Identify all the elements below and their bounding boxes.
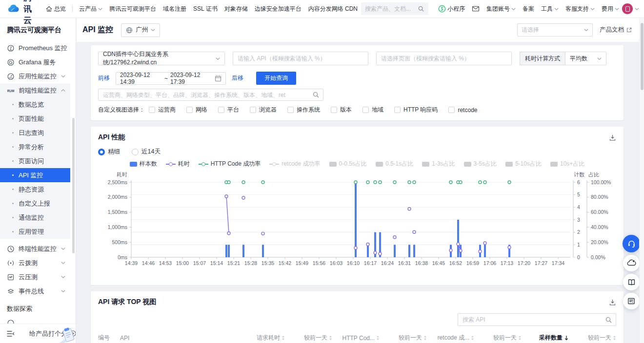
sidebar-item-prometheus[interactable]: Prometheus 监控 — [0, 41, 70, 55]
sort-icon[interactable] — [329, 335, 332, 341]
shift-earlier-link[interactable]: 前移 — [98, 74, 110, 82]
legend-item[interactable]: 样本数 — [130, 160, 157, 168]
view-checkbox-2[interactable]: 平台 — [218, 106, 239, 114]
header-filter-select[interactable]: 请选择 — [517, 23, 593, 37]
checkbox[interactable] — [218, 107, 224, 113]
sort-icon[interactable] — [282, 335, 285, 341]
sidebar-scrollbar[interactable] — [72, 118, 75, 253]
checkbox[interactable] — [149, 107, 155, 113]
checkbox[interactable] — [287, 107, 294, 113]
view-checkbox-4[interactable]: 操作系统 — [287, 106, 320, 114]
checkbox[interactable] — [362, 107, 369, 113]
top-nav-item-cos[interactable]: 对象存储 — [224, 5, 248, 13]
top-right-item-icp[interactable]: 备案 — [523, 5, 534, 13]
top-search-input[interactable] — [365, 5, 415, 12]
sort-icon[interactable] — [471, 335, 474, 341]
download-icon[interactable] — [609, 299, 616, 306]
top-right-item-miniprogram[interactable]: 小程序 — [438, 5, 465, 13]
top-nav-item-cdn[interactable]: 内容分发网络 CDN — [308, 5, 358, 13]
query-button[interactable]: 开始查询 — [256, 72, 296, 85]
legend-item[interactable]: HTTP Code 成功率 — [199, 160, 261, 168]
sidebar-item-cloud-pts[interactable]: 云压测 — [0, 270, 70, 284]
view-checkbox-7[interactable]: HTTP 响应码 — [394, 106, 438, 114]
sidebar-item-cloud-probe[interactable]: 云拨测 — [0, 256, 70, 270]
notice-button[interactable] — [623, 255, 640, 271]
search-icon[interactable] — [312, 91, 320, 98]
checkbox[interactable] — [331, 107, 337, 113]
support-button[interactable] — [623, 235, 640, 252]
column-header[interactable]: 采样数量 — [522, 334, 569, 342]
legend-item[interactable]: 10s+占比 — [550, 160, 584, 168]
account-menu[interactable] — [622, 3, 639, 14]
calc-method-select[interactable]: 耗时计算方式 平均数 — [520, 52, 606, 65]
docs-button[interactable] — [623, 274, 640, 290]
date-range-picker[interactable]: 2023-09-12 14:39 ~ 2023-09-12 17:39 — [116, 72, 226, 85]
legend-item[interactable]: 耗时 — [166, 160, 190, 168]
region-select[interactable]: 广州 — [121, 23, 160, 37]
legend-item[interactable]: 5-10s占比 — [505, 160, 542, 168]
sidebar-item-apm[interactable]: 应用性能监控 — [0, 69, 70, 83]
sidebar-item-rum[interactable]: RUM前端性能监控 — [0, 83, 70, 97]
survey-button[interactable] — [623, 293, 640, 309]
app-select[interactable]: CDN插件中心归属业务系统/127962.r2wind.cn — [98, 52, 225, 65]
sort-desc-icon[interactable] — [564, 335, 569, 341]
column-header[interactable]: 较前一天 — [474, 334, 522, 342]
sidebar-item-data-overview[interactable]: 数据总览 — [0, 97, 70, 112]
view-checkbox-3[interactable]: 浏览器 — [250, 106, 277, 114]
sidebar-item-terminal-perf[interactable]: 终端性能监控 — [0, 242, 70, 256]
sidebar-item-page-performance[interactable]: 页面性能 — [0, 112, 70, 126]
sidebar-item-log-query[interactable]: 日志查询 — [0, 126, 70, 140]
legend-item[interactable]: retcode 成功率 — [269, 160, 320, 168]
sort-icon[interactable] — [423, 335, 427, 341]
top-right-item-support[interactable]: 客服支持 — [565, 5, 595, 13]
radio-button[interactable] — [132, 149, 139, 155]
product-doc-link[interactable]: 产品文档 — [600, 26, 632, 34]
top-right-item-mail[interactable] — [472, 5, 480, 13]
top-nav-item-ssl[interactable]: SSL 证书 — [193, 5, 218, 13]
collapse-sidebar-icon[interactable] — [7, 330, 15, 337]
sidebar-item-eventbridge[interactable]: 事件总线 — [0, 284, 70, 298]
api-input[interactable] — [233, 52, 368, 65]
sidebar-item-static-resource[interactable]: 静态资源 — [0, 182, 70, 196]
sidebar-item-grafana[interactable]: Grafana 服务 — [0, 55, 70, 69]
sort-icon[interactable] — [376, 335, 380, 341]
sidebar-item-page-visit[interactable]: 页面访问 — [0, 154, 70, 168]
column-header[interactable]: 较前一天 — [569, 334, 616, 342]
search-icon[interactable] — [605, 316, 612, 324]
top-nav-item-edge-security[interactable]: 边缘安全加速平台 — [255, 5, 302, 13]
radio-fine[interactable]: 精细 — [98, 148, 120, 156]
sidebar-item-exception-analysis[interactable]: 异常分析 — [0, 140, 70, 154]
legend-item[interactable]: 0-0.5s占比 — [329, 160, 367, 168]
scrollbar-thumb[interactable] — [641, 23, 644, 90]
top-search[interactable] — [361, 2, 428, 15]
column-header[interactable]: 较前一天 — [380, 334, 427, 342]
sort-icon[interactable] — [613, 335, 616, 341]
top-right-item-tools[interactable]: 工具 — [541, 5, 559, 13]
checkbox[interactable] — [394, 107, 401, 113]
checkbox[interactable] — [448, 107, 455, 113]
page-input[interactable] — [376, 52, 512, 65]
dimension-search-input[interactable] — [98, 89, 323, 101]
sidebar-item-app-manage[interactable]: 应用管理 — [0, 225, 70, 239]
page-scrollbar[interactable] — [639, 18, 644, 343]
checkbox[interactable] — [186, 107, 193, 113]
top-right-item-billing[interactable]: 费用 — [602, 5, 619, 13]
view-checkbox-5[interactable]: 版本 — [331, 106, 352, 114]
api-search-input[interactable] — [458, 313, 616, 326]
sidebar-item-custom-report[interactable]: 自定义上报 — [0, 196, 70, 210]
view-checkbox-1[interactable]: 网络 — [186, 106, 207, 114]
download-icon[interactable] — [609, 134, 616, 141]
brand[interactable]: 腾讯云 — [7, 0, 37, 26]
column-header[interactable]: 请求耗时 — [238, 334, 285, 342]
legend-item[interactable]: 1-3s占比 — [422, 160, 455, 168]
sidebar-item-comm-monitor[interactable]: 通信监控 — [0, 210, 70, 225]
view-checkbox-0[interactable]: 运营商 — [149, 106, 176, 114]
radio-last-14d[interactable]: 近14天 — [132, 148, 161, 156]
checkbox[interactable] — [250, 107, 256, 113]
top-nav-item-observability[interactable]: 腾讯云可观测平台 — [109, 5, 156, 13]
legend-item[interactable]: 0.5-1s占比 — [376, 160, 413, 168]
top-right-item-org-account[interactable]: 集团账号 — [486, 5, 516, 13]
sort-icon[interactable] — [518, 335, 522, 341]
view-checkbox-8[interactable]: retcode — [448, 107, 477, 114]
column-header[interactable]: HTTP Cod... — [332, 335, 380, 342]
